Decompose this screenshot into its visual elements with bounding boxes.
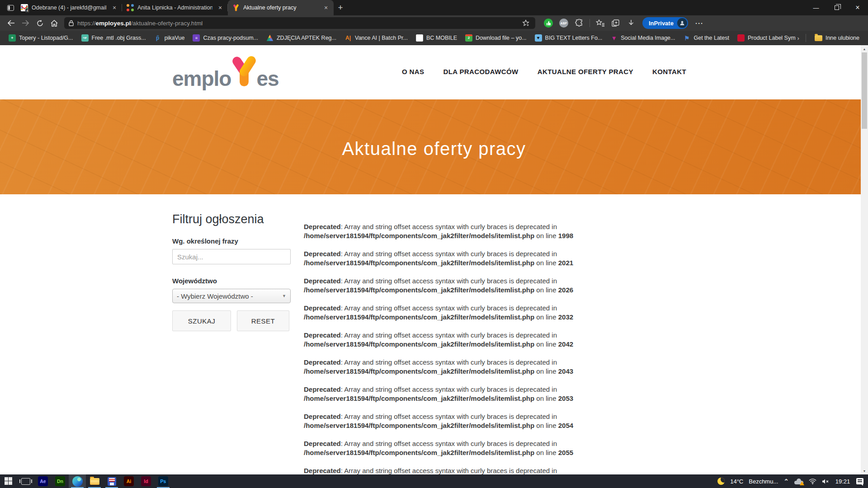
red-square-icon — [737, 34, 745, 42]
add-favorite-icon[interactable] — [519, 17, 533, 29]
bookmark-item[interactable]: p̃pikaVue — [150, 33, 189, 43]
lock-icon — [69, 20, 74, 26]
other-favorites-label: Inne ulubione — [826, 35, 859, 41]
bookmarks-overflow-icon[interactable]: › — [796, 35, 801, 42]
back-icon[interactable] — [4, 17, 18, 29]
bookmark-label: BC MOBILE — [426, 35, 457, 41]
tray-temperature[interactable]: 14°C — [730, 478, 743, 485]
tray-clock[interactable]: 19:21 — [835, 478, 851, 485]
calendar-icon: 2 — [465, 34, 472, 42]
address-bar[interactable]: https://employes.pl/aktualne-oferty-prac… — [64, 17, 535, 29]
weather-moon-icon[interactable] — [717, 478, 725, 485]
tab-close-icon[interactable]: × — [322, 4, 330, 12]
taskbar-app-explorer[interactable] — [86, 474, 103, 488]
nav-item[interactable]: AKTUALNE OFERTY PRACY — [538, 68, 633, 75]
taskbar-app-task-view[interactable] — [17, 474, 34, 488]
extension-puzzle-icon[interactable] — [572, 17, 586, 29]
bookmark-item[interactable]: 2Download file – yo... — [461, 33, 531, 43]
bookmark-item[interactable]: cgtFree .mtl .obj Grass... — [77, 33, 150, 43]
bookmark-label: Download file – yo... — [476, 35, 527, 41]
employes-icon — [232, 4, 240, 11]
nav-item[interactable]: DLA PRACODAWCÓW — [443, 68, 518, 75]
wifi-icon[interactable] — [809, 479, 816, 484]
taskbar-app-illustrator[interactable]: Ai — [120, 474, 137, 488]
bookmark-item[interactable]: A|Vance AI | Batch Pr... — [340, 33, 412, 43]
scroll-up-icon[interactable]: ▲ — [861, 45, 868, 52]
taskbar-app-dimension[interactable]: Dn — [52, 474, 69, 488]
tab-close-icon[interactable]: × — [110, 4, 118, 12]
region-select[interactable]: - Wybierz Województwo - ▼ — [172, 289, 291, 303]
php-deprecated-warning: Deprecated: Array and string offset acce… — [304, 277, 595, 295]
other-favorites-button[interactable]: Inne ulubione — [811, 33, 863, 43]
php-deprecated-warning: Deprecated: Array and string offset acce… — [304, 466, 595, 474]
tab-close-icon[interactable]: × — [216, 4, 224, 12]
tray-weather-condition[interactable]: Bezchmu... — [749, 478, 778, 485]
favorites-icon[interactable] — [594, 17, 607, 29]
phrase-label: Wg. określonej frazy — [172, 237, 291, 245]
taskbar-app-floppy-app[interactable] — [103, 474, 120, 488]
home-icon[interactable] — [47, 17, 61, 29]
tab-gmail[interactable]: 4 Odebrane (4) - jarekfd@gmail.co × — [16, 0, 122, 15]
tab-aktualne-oferty[interactable]: Aktualne oferty pracy × — [228, 0, 334, 15]
taskbar-app-photoshop[interactable]: Ps — [155, 474, 172, 488]
minimize-button[interactable]: — — [806, 0, 826, 15]
bookmark-item[interactable]: ♥BIG TEXT Letters Fo... — [531, 33, 607, 43]
hidden-icons-chevron[interactable]: ⌃ — [783, 478, 789, 485]
profile-avatar — [677, 18, 687, 28]
nav-item[interactable]: O NAS — [402, 68, 425, 75]
scrollbar-thumb[interactable] — [862, 52, 867, 129]
taskbar-app-indesign[interactable]: Id — [137, 474, 155, 488]
bookmark-label: pikaVue — [165, 35, 185, 41]
tab-actions-menu-icon[interactable] — [5, 0, 16, 15]
reset-button[interactable]: RESET — [237, 310, 289, 331]
indesign-icon: Id — [141, 476, 151, 486]
adblock-plus-icon[interactable]: ABP — [557, 17, 571, 29]
page-scrollbar[interactable]: ▲ ▼ — [861, 45, 868, 474]
tab-title: Anita Lipnicka - Administration — [137, 5, 212, 11]
collections-icon[interactable] — [609, 17, 623, 29]
new-tab-button[interactable]: + — [334, 0, 347, 15]
search-input[interactable] — [172, 249, 291, 264]
thumb-extension-icon[interactable] — [542, 17, 555, 29]
downloads-icon[interactable] — [624, 17, 638, 29]
scroll-down-icon[interactable]: ▼ — [861, 467, 868, 474]
forward-icon[interactable] — [18, 17, 33, 29]
search-button[interactable]: SZUKAJ — [172, 310, 231, 331]
browser-tab-bar: 4 Odebrane (4) - jarekfd@gmail.co × Anit… — [0, 0, 868, 15]
bookmarks-bar: +Topery - Listopad/G...cgtFree .mtl .obj… — [0, 31, 868, 45]
bookmark-item[interactable]: BC MOBILE — [412, 33, 461, 43]
bookmark-label: Free .mtl .obj Grass... — [92, 35, 146, 41]
employes-logo[interactable]: emplo es — [172, 55, 279, 88]
browser-toolbar: https://employes.pl/aktualne-oferty-prac… — [0, 15, 868, 31]
php-deprecated-warning: Deprecated: Array and string offset acce… — [304, 222, 595, 240]
refresh-icon[interactable] — [33, 17, 47, 29]
after-effects-icon: Ae — [38, 476, 48, 486]
bookmark-item[interactable]: +Topery - Listopad/G... — [5, 33, 77, 43]
tab-joomla-admin[interactable]: Anita Lipnicka - Administration × — [122, 0, 228, 15]
restore-button[interactable] — [826, 0, 847, 15]
drive-icon — [266, 34, 274, 42]
taskbar-app-start[interactable] — [0, 474, 17, 488]
action-center-icon[interactable] — [856, 478, 863, 484]
bookmark-item[interactable]: Product Label Symb... — [733, 33, 796, 43]
bookmark-item[interactable]: ▼Social Media Image... — [606, 33, 679, 43]
bookmark-item[interactable]: ZDJĘCIA APTEK Reg... — [262, 33, 340, 43]
volume-muted-icon[interactable] — [822, 479, 829, 484]
php-deprecated-warning: Deprecated: Array and string offset acce… — [304, 439, 595, 457]
logo-text-post: es — [256, 70, 278, 88]
region-label: Województwo — [172, 277, 291, 285]
taskbar-app-after-effects[interactable]: Ae — [34, 474, 52, 488]
bookmark-item[interactable]: ≡Czas pracy-podsum... — [189, 33, 262, 43]
php-deprecated-warning: Deprecated: Array and string offset acce… — [304, 358, 595, 376]
bookmark-item[interactable]: ⚑Get the Latest — [679, 33, 733, 43]
settings-menu-icon[interactable]: ··· — [693, 17, 706, 29]
nav-item[interactable]: KONTAKT — [652, 68, 686, 75]
php-deprecated-warning: Deprecated: Array and string offset acce… — [304, 304, 595, 322]
onedrive-warning-icon[interactable] — [794, 479, 803, 484]
white-square-icon — [416, 34, 423, 42]
close-button[interactable]: × — [847, 0, 868, 15]
taskbar-app-edge[interactable] — [69, 474, 86, 488]
php-deprecated-warning: Deprecated: Array and string offset acce… — [304, 412, 595, 430]
inprivate-badge[interactable]: InPrivate — [642, 17, 688, 29]
folder-icon — [815, 35, 822, 41]
